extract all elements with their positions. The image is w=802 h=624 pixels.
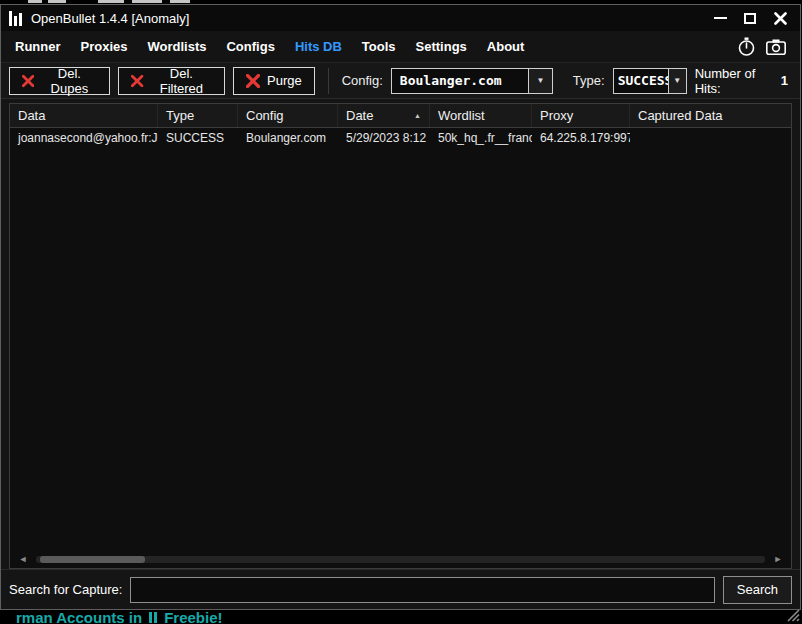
- type-label: Type:: [573, 73, 605, 88]
- menu-item-tools[interactable]: Tools: [352, 32, 406, 61]
- minimize-icon: [714, 17, 727, 19]
- config-label: Config:: [342, 73, 383, 88]
- config-select-value: Boulanger.com: [392, 69, 528, 93]
- column-header-type[interactable]: Type: [158, 104, 238, 127]
- del-filtered-label: Del. Filtered: [151, 66, 212, 96]
- resize-grip[interactable]: [784, 606, 800, 622]
- background-text-fragment: [48, 0, 66, 3]
- openbullet-window: OpenBullet 1.4.4 [Anomaly] Runner Proxie…: [0, 4, 801, 610]
- cell-data: joannasecond@yahoo.fr:Jr: [10, 131, 158, 145]
- window-title: OpenBullet 1.4.4 [Anomaly]: [31, 11, 189, 26]
- menu-item-proxies[interactable]: Proxies: [71, 32, 138, 61]
- purge-button[interactable]: Purge: [233, 67, 315, 95]
- grid-body: joannasecond@yahoo.fr:Jr SUCCESS Boulang…: [10, 128, 791, 550]
- chevron-down-icon[interactable]: ▼: [528, 69, 552, 93]
- hits-grid: Data Type Config Date ▲ Wordlist Proxy: [9, 103, 792, 569]
- cell-wordlist: 50k_hq_.fr__franc: [430, 131, 532, 145]
- hits-count-label: Number of Hits:: [695, 66, 773, 96]
- menu-item-settings[interactable]: Settings: [406, 32, 477, 61]
- del-filtered-button[interactable]: Del. Filtered: [118, 67, 225, 95]
- column-header-proxy[interactable]: Proxy: [532, 104, 630, 127]
- menu-item-hits-db[interactable]: Hits DB: [285, 32, 352, 61]
- minimize-button[interactable]: [712, 10, 728, 26]
- column-header-captured-data[interactable]: Captured Data: [630, 104, 791, 127]
- menu-icons: [737, 37, 796, 56]
- toolbar: Del. Dupes Del. Filtered Purge Config: B…: [1, 63, 800, 99]
- hits-count-group: Number of Hits: 1: [695, 66, 792, 96]
- screen: OpenBullet 1.4.4 [Anomaly] Runner Proxie…: [0, 0, 802, 624]
- gauge-icon[interactable]: [737, 37, 756, 56]
- scrollbar-thumb[interactable]: [40, 556, 145, 563]
- menu-item-runner[interactable]: Runner: [5, 32, 71, 61]
- delete-x-icon: [131, 74, 143, 88]
- maximize-icon: [744, 13, 756, 24]
- openbullet-logo-icon: [9, 11, 22, 26]
- capture-search-input[interactable]: [130, 577, 714, 603]
- column-header-data[interactable]: Data: [10, 104, 158, 127]
- hits-count-value: 1: [781, 73, 788, 88]
- column-header-date[interactable]: Date ▲: [338, 104, 430, 127]
- toolbar-divider: [328, 68, 329, 94]
- close-icon: [774, 12, 787, 25]
- horizontal-scrollbar: ◄ ►: [10, 550, 791, 568]
- capture-search-label: Search for Capture:: [9, 582, 122, 597]
- background-link-text: Freebie!: [164, 609, 222, 624]
- cell-config: Boulanger.com: [238, 131, 338, 145]
- delete-x-icon: [22, 74, 34, 88]
- menubar: Runner Proxies Wordlists Configs Hits DB…: [1, 31, 800, 63]
- background-text-fragment: [28, 0, 42, 3]
- background-text-fragment: [132, 0, 162, 3]
- sort-ascending-icon: ▲: [414, 112, 421, 119]
- delete-x-icon: [246, 74, 260, 88]
- search-button[interactable]: Search: [723, 576, 792, 604]
- menu-item-about[interactable]: About: [477, 32, 535, 61]
- menu-item-configs[interactable]: Configs: [216, 32, 284, 61]
- config-select[interactable]: Boulanger.com ▼: [391, 68, 553, 94]
- camera-icon[interactable]: [766, 39, 786, 55]
- background-text-fragment: [170, 0, 190, 3]
- close-button[interactable]: [772, 10, 788, 26]
- scroll-left-button[interactable]: ◄: [14, 550, 32, 568]
- cell-date: 5/29/2023 8:12: [338, 131, 430, 145]
- purge-label: Purge: [267, 73, 302, 88]
- column-header-config[interactable]: Config: [238, 104, 338, 127]
- background-text-fragment: [98, 0, 124, 3]
- window-controls: [712, 10, 792, 26]
- background-link-text: rman Accounts in: [16, 609, 142, 624]
- background-link: rman Accounts in Freebie!: [16, 609, 223, 624]
- scroll-right-button[interactable]: ►: [769, 550, 787, 568]
- maximize-button[interactable]: [742, 10, 758, 26]
- del-dupes-button[interactable]: Del. Dupes: [9, 67, 110, 95]
- cell-proxy: 64.225.8.179:997: [532, 131, 630, 145]
- scrollbar-track[interactable]: [36, 556, 765, 563]
- titlebar: OpenBullet 1.4.4 [Anomaly]: [1, 5, 800, 31]
- menu-item-wordlists[interactable]: Wordlists: [137, 32, 216, 61]
- chevron-down-icon[interactable]: ▼: [668, 69, 686, 93]
- grid-header: Data Type Config Date ▲ Wordlist Proxy: [10, 104, 791, 128]
- cell-type: SUCCESS: [158, 131, 238, 145]
- table-row[interactable]: joannasecond@yahoo.fr:Jr SUCCESS Boulang…: [10, 128, 791, 147]
- background-link-bars-icon: [149, 612, 157, 623]
- capture-search-bar: Search for Capture: Search: [1, 569, 800, 609]
- column-header-wordlist[interactable]: Wordlist: [430, 104, 532, 127]
- type-select-value: SUCCESS: [614, 69, 668, 93]
- del-dupes-label: Del. Dupes: [41, 66, 97, 96]
- type-select[interactable]: SUCCESS ▼: [613, 68, 687, 94]
